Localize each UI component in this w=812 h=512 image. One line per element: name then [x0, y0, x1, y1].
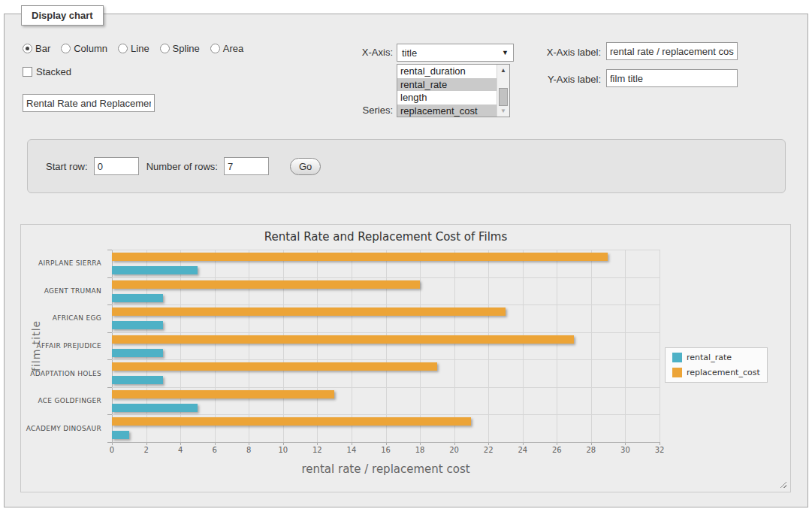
x-tick-label: 24 — [518, 446, 527, 454]
series-option-replacement-cost[interactable]: replacement_cost — [397, 105, 497, 117]
gridline — [317, 250, 318, 442]
gridline — [112, 442, 660, 443]
bar-segment-replacement_cost[interactable] — [112, 280, 420, 289]
bar-segment-replacement_cost[interactable] — [112, 417, 471, 426]
start-row-label: Start row: — [46, 161, 88, 172]
gridline — [112, 359, 660, 360]
radio-column[interactable]: Column — [61, 43, 107, 54]
radio-label: Column — [74, 43, 107, 54]
row-controls-panel: Start row: Number of rows: Go — [27, 139, 786, 193]
series-option-rental-rate[interactable]: rental_rate — [397, 78, 497, 92]
x-tick-label: 16 — [381, 446, 391, 454]
radio-label: Area — [223, 43, 243, 54]
radio-label: Bar — [35, 43, 50, 54]
x-axis-selected-value: title — [402, 47, 417, 59]
start-row-input[interactable] — [94, 157, 139, 175]
tick-mark — [660, 442, 660, 445]
radio-bar[interactable]: Bar — [23, 43, 50, 54]
x-tick-label: 8 — [246, 446, 251, 454]
num-rows-label: Number of rows: — [146, 161, 218, 172]
tick-mark — [107, 304, 112, 305]
tick-mark — [107, 387, 112, 388]
gridline — [454, 250, 455, 442]
radio-icon — [160, 44, 170, 53]
bar-segment-rental_rate[interactable] — [112, 376, 163, 384]
tick-mark — [107, 277, 112, 278]
bar-segment-replacement_cost[interactable] — [112, 308, 506, 316]
bar-segment-rental_rate[interactable] — [112, 349, 163, 357]
x-tick-label: 10 — [278, 446, 288, 454]
radio-spline[interactable]: Spline — [160, 43, 200, 54]
chart-title-input[interactable] — [23, 94, 155, 112]
gridline — [146, 250, 147, 442]
bar-segment-rental_rate[interactable] — [112, 294, 163, 302]
radio-line[interactable]: Line — [118, 43, 149, 54]
gridline — [386, 250, 387, 442]
bar-segment-replacement_cost[interactable] — [112, 335, 574, 344]
gridline — [112, 332, 660, 333]
radio-label: Spline — [173, 43, 200, 54]
gridline — [488, 250, 489, 442]
bar-segment-replacement_cost[interactable] — [112, 362, 437, 371]
legend-swatch-icon — [672, 368, 682, 377]
series-options: rental_duration rental_rate length repla… — [397, 65, 497, 117]
x-axis-label-input[interactable] — [606, 42, 738, 60]
bar-segment-rental_rate[interactable] — [112, 321, 163, 329]
stacked-checkbox-row[interactable]: Stacked — [23, 66, 71, 77]
tick-mark — [107, 442, 112, 443]
series-listbox-scrollbar[interactable]: ▲ ▼ — [497, 65, 509, 117]
stacked-label: Stacked — [36, 66, 71, 77]
gridline — [112, 250, 113, 442]
x-tick-label: 30 — [620, 446, 630, 454]
x-tick-label: 20 — [449, 446, 459, 454]
fieldset-legend: Display chart — [21, 5, 104, 26]
bar-segment-replacement_cost[interactable] — [112, 253, 608, 261]
y-axis-label-input[interactable] — [606, 69, 738, 87]
bar-segment-rental_rate[interactable] — [112, 431, 129, 439]
legend-item-rental_rate[interactable]: rental_rate — [672, 353, 760, 362]
legend-label: replacement_cost — [687, 368, 760, 377]
series-option-length[interactable]: length — [397, 91, 497, 105]
go-button[interactable]: Go — [290, 158, 321, 175]
x-tick-label: 12 — [312, 446, 322, 454]
num-rows-input[interactable] — [224, 157, 269, 175]
bar-segment-replacement_cost[interactable] — [112, 390, 334, 398]
chart-legend: rental_ratereplacement_cost — [665, 347, 768, 383]
x-tick-label: 14 — [347, 446, 357, 454]
bar-segment-rental_rate[interactable] — [112, 266, 198, 274]
category-label: AIRPLANE SIERRA — [21, 250, 101, 277]
radio-icon — [23, 44, 32, 53]
tick-mark — [107, 250, 112, 250]
x-axis-label-label: X-Axis label: — [493, 47, 601, 58]
x-tick-label: 22 — [484, 446, 494, 454]
gridline — [660, 250, 660, 442]
category-label: ADAPTATION HOLES — [21, 359, 101, 387]
gridline — [180, 250, 181, 442]
gridline — [112, 277, 660, 278]
scroll-down-icon[interactable]: ▼ — [497, 105, 509, 117]
bar-segment-rental_rate[interactable] — [112, 404, 198, 412]
y-axis-label-label: Y-Axis label: — [493, 74, 601, 85]
gridline — [249, 250, 249, 442]
series-listbox: rental_duration rental_rate length repla… — [397, 64, 510, 117]
tick-mark — [107, 359, 112, 360]
tick-mark — [107, 332, 112, 333]
gridline — [557, 250, 557, 442]
x-tick-label: 18 — [415, 446, 425, 454]
gridline — [420, 250, 421, 442]
resize-handle-icon[interactable] — [779, 480, 786, 488]
series-option-rental-duration[interactable]: rental_duration — [397, 65, 497, 78]
x-tick-label: 6 — [213, 446, 217, 454]
radio-area[interactable]: Area — [210, 43, 243, 54]
legend-item-replacement_cost[interactable]: replacement_cost — [672, 368, 760, 377]
gridline — [112, 414, 660, 415]
category-label: ACADEMY DINOSAUR — [21, 414, 101, 442]
radio-label: Line — [131, 43, 149, 54]
scrollbar-thumb[interactable] — [499, 88, 508, 106]
display-chart-fieldset: Display chart Bar Column Line Spline Are… — [4, 14, 808, 507]
tick-mark — [107, 414, 112, 415]
radio-icon — [61, 44, 71, 53]
gridline — [215, 250, 216, 442]
x-axis-ticks: 02468101214161820222426283032 — [112, 446, 660, 456]
chart-title: Rental Rate and Replacement Cost of Film… — [112, 230, 660, 244]
